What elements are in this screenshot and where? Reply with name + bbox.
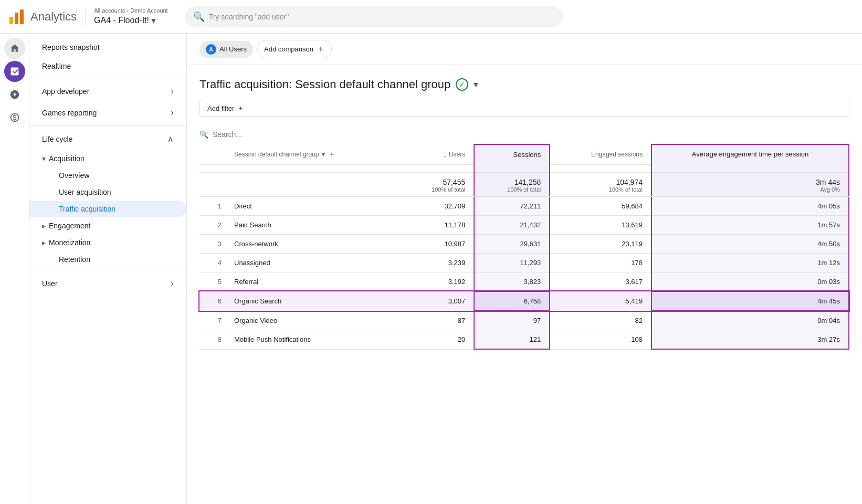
row-users: 32,709 xyxy=(400,196,475,216)
table-search-input[interactable] xyxy=(213,130,849,139)
total-sessions-pct: 100% of total xyxy=(483,186,541,193)
analytics-logo-icon xyxy=(8,8,25,25)
sidebar-item-user-acquisition[interactable]: User acquisition xyxy=(29,184,186,201)
bullet-icon-3: ▸ xyxy=(42,238,46,247)
row-users: 87 xyxy=(400,311,475,330)
sidebar-label-user: User xyxy=(42,279,58,288)
bullet-icon: ▾ xyxy=(42,154,46,163)
sidebar-item-engagement[interactable]: ▸ Engagement xyxy=(29,217,186,234)
sidebar-item-realtime[interactable]: Realtime xyxy=(29,57,186,76)
table-row[interactable]: 7 Organic Video 87 97 82 0m 04s xyxy=(199,311,849,330)
add-filter-button[interactable]: Add filter ＋ xyxy=(199,100,849,117)
row-channel: Organic Search xyxy=(226,291,400,311)
col-header-avg-engagement[interactable]: Average engagement time per session xyxy=(651,144,849,165)
sidebar-label-monetization: Monetization xyxy=(49,238,90,247)
row-engaged: 5,419 xyxy=(550,291,651,311)
col-header-channel[interactable]: Session default channel group ▾ ＋ xyxy=(226,144,400,165)
row-engaged: 178 xyxy=(550,254,651,272)
reports-icon-btn[interactable] xyxy=(4,61,25,82)
sidebar-item-retention[interactable]: Retention xyxy=(29,251,186,268)
table-row[interactable]: 3 Cross-network 10,987 29,631 23,119 4m … xyxy=(199,235,849,254)
table-row[interactable]: 6 Organic Search 3,007 6,758 5,419 4m 45… xyxy=(199,291,849,311)
row-engaged: 13,619 xyxy=(550,216,651,235)
channel-add-icon[interactable]: ＋ xyxy=(328,150,335,159)
sidebar-item-traffic-acquisition[interactable]: Traffic acquisition xyxy=(29,201,186,217)
row-sessions: 121 xyxy=(474,330,550,350)
row-engaged: 108 xyxy=(550,330,651,350)
row-users: 3,007 xyxy=(400,291,475,311)
total-users-value: 57,455 xyxy=(408,178,466,186)
logo-area: Analytics xyxy=(8,8,86,25)
sidebar-item-acquisition[interactable]: ▾ Acquisition xyxy=(29,150,186,167)
home-icon-btn[interactable] xyxy=(4,38,25,59)
page-title: Traffic acquisition: Session default cha… xyxy=(199,78,849,91)
row-num: 5 xyxy=(199,272,226,292)
table-search-row: 🔍 xyxy=(199,125,849,144)
main-layout: Reports snapshot Realtime App developer … xyxy=(0,34,862,504)
channel-dropdown-icon[interactable]: ▾ xyxy=(322,151,325,158)
sidebar-item-life-cycle[interactable]: Life cycle ∧ xyxy=(29,128,186,150)
total-engaged-pct: 100% of total xyxy=(559,186,643,193)
total-avg-pct: Avg 0% xyxy=(660,186,840,193)
data-table: Session default channel group ▾ ＋ ↓ User… xyxy=(199,144,849,350)
sidebar-item-user[interactable]: User › xyxy=(29,272,186,294)
search-bar[interactable]: 🔍 Try searching "add user" xyxy=(185,6,563,27)
sort-down-icon: ↓ xyxy=(443,150,447,159)
sidebar-label-realtime: Realtime xyxy=(42,62,71,70)
search-placeholder: Try searching "add user" xyxy=(209,13,289,21)
row-engaged: 23,119 xyxy=(550,235,651,254)
table-area: 🔍 Session default channel group ▾ ＋ xyxy=(187,125,862,362)
col-header-num xyxy=(199,144,226,165)
page-title-dropdown-icon[interactable]: ▾ xyxy=(474,79,478,90)
total-users-pct: 100% of total xyxy=(408,186,466,193)
row-channel: Unassigned xyxy=(226,254,400,272)
all-users-label: All Users xyxy=(219,45,247,53)
row-avg: 4m 05s xyxy=(651,196,849,216)
table-row[interactable]: 5 Referral 3,192 3,823 3,617 0m 03s xyxy=(199,272,849,292)
table-row[interactable]: 2 Paid Search 11,178 21,432 13,619 1m 57… xyxy=(199,216,849,235)
account-selector[interactable]: GA4 - Flood-It! ▾ xyxy=(94,15,168,26)
row-channel: Organic Video xyxy=(226,311,400,330)
chevron-right-icon: › xyxy=(171,86,174,97)
table-row[interactable]: 1 Direct 32,709 72,211 59,684 4m 05s xyxy=(199,196,849,216)
col-engaged-label: Engaged sessions xyxy=(591,151,643,158)
row-channel: Referral xyxy=(226,272,400,292)
sidebar: Reports snapshot Realtime App developer … xyxy=(29,34,187,504)
explore-icon-btn[interactable] xyxy=(4,84,25,105)
row-channel: Paid Search xyxy=(226,216,400,235)
sidebar-item-monetization[interactable]: ▸ Monetization xyxy=(29,234,186,251)
sidebar-label-overview: Overview xyxy=(59,171,89,180)
svg-rect-2 xyxy=(20,9,24,24)
bullet-icon-2: ▸ xyxy=(42,222,46,230)
col-channel-label: Session default channel group xyxy=(234,151,319,158)
row-channel: Cross-network xyxy=(226,235,400,254)
account-area: All accounts › Demo Account GA4 - Flood-… xyxy=(94,7,168,26)
row-sessions: 3,823 xyxy=(474,272,550,292)
top-header: Analytics All accounts › Demo Account GA… xyxy=(0,0,862,34)
sidebar-item-overview[interactable]: Overview xyxy=(29,167,186,184)
advertising-icon-btn[interactable] xyxy=(4,107,25,128)
row-num: 1 xyxy=(199,196,226,216)
all-users-chip[interactable]: A All Users xyxy=(199,41,253,58)
col-header-sessions[interactable]: Sessions xyxy=(474,144,550,165)
row-sessions: 21,432 xyxy=(474,216,550,235)
col-header-users[interactable]: ↓ Users xyxy=(400,144,475,165)
sidebar-item-reports-snapshot[interactable]: Reports snapshot xyxy=(29,38,186,57)
table-row[interactable]: 4 Unassigned 3,239 11,293 178 1m 12s xyxy=(199,254,849,272)
row-num: 3 xyxy=(199,235,226,254)
sidebar-item-app-developer[interactable]: App developer › xyxy=(29,80,186,102)
chevron-up-icon: ∧ xyxy=(167,133,174,145)
col-header-engaged-sessions[interactable]: Engaged sessions xyxy=(550,144,651,165)
add-comparison-button[interactable]: Add comparison ＋ xyxy=(257,40,332,58)
sidebar-label-retention: Retention xyxy=(59,255,90,264)
sidebar-item-games-reporting[interactable]: Games reporting › xyxy=(29,102,186,123)
sidebar-label-life-cycle: Life cycle xyxy=(42,135,72,143)
row-users: 20 xyxy=(400,330,475,350)
row-avg: 1m 57s xyxy=(651,216,849,235)
table-row[interactable]: 8 Mobile Push Notifications 20 121 108 3… xyxy=(199,330,849,350)
row-engaged: 82 xyxy=(550,311,651,330)
table-search-icon: 🔍 xyxy=(199,130,208,139)
col-sessions-label: Sessions xyxy=(513,151,541,159)
col-avg-label: Average engagement time per session xyxy=(692,150,808,158)
account-name: GA4 - Flood-It! xyxy=(94,16,149,25)
